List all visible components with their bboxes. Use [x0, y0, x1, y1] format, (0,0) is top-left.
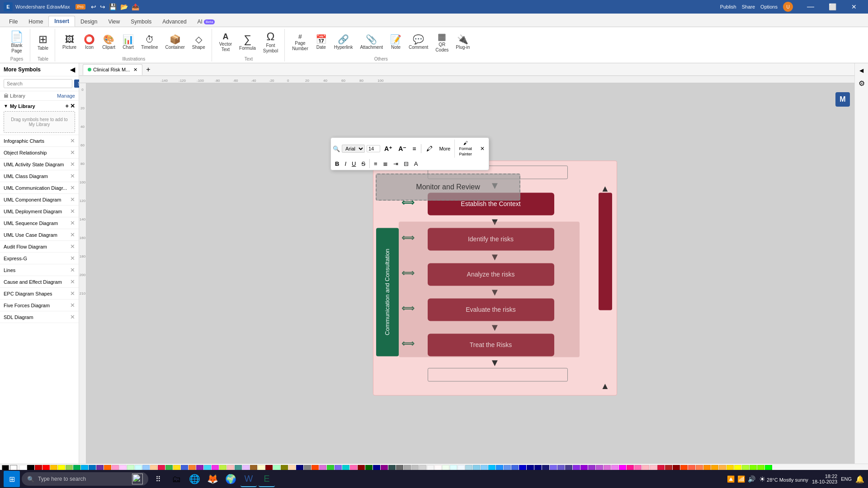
vector-text-btn[interactable]: A VectorText [217, 31, 235, 54]
page-number-btn[interactable]: # PageNumber [289, 31, 311, 54]
hyperlink-btn[interactable]: 🔗 Hyperlink [331, 31, 356, 54]
category-close-btn[interactable]: ✕ [70, 302, 75, 309]
category-close-btn[interactable]: ✕ [70, 196, 75, 203]
sidebar-category[interactable]: Object Relationship✕ [0, 147, 79, 159]
comment-btn[interactable]: 💬 Comment [406, 31, 431, 54]
close-tab-btn[interactable]: ✕ [133, 67, 137, 73]
category-close-btn[interactable]: ✕ [70, 220, 75, 226]
chart-btn[interactable]: 📊 Chart [120, 31, 137, 54]
category-close-btn[interactable]: ✕ [70, 278, 75, 285]
tab-symbols[interactable]: Symbols [125, 17, 157, 27]
tab-home[interactable]: Home [23, 17, 48, 27]
category-close-btn[interactable]: ✕ [70, 137, 75, 144]
category-close-btn[interactable]: ✕ [70, 231, 75, 238]
plugin-btn[interactable]: 🔌 Plug-in [453, 31, 472, 54]
sidebar-category[interactable]: UML Deployment Diagram✕ [0, 206, 79, 217]
taskbar-search[interactable]: 🔍 Type here to search [22, 472, 148, 486]
minimize-btn[interactable]: — [800, 0, 821, 14]
tab-insert[interactable]: Insert [48, 16, 75, 27]
list2-btn[interactable]: ≣ [381, 160, 390, 168]
container-btn[interactable]: 📦 Container [162, 31, 187, 54]
close-library-btn[interactable]: ✕ [70, 103, 75, 109]
formula-btn[interactable]: ∑ Formula [236, 31, 259, 54]
clipart-btn[interactable]: 🎨 Clipart [99, 31, 118, 54]
notification-btn[interactable]: 🔔 [855, 475, 864, 483]
sidebar-collapse-btn[interactable]: ◀ [70, 66, 75, 73]
timeline-btn[interactable]: ⏱ Timeline [138, 31, 160, 54]
taskbar-edraw[interactable]: E [259, 471, 275, 487]
export-btn[interactable]: 📤 [132, 3, 139, 10]
tab-design[interactable]: Design [75, 17, 103, 27]
sidebar-category[interactable]: Lines✕ [0, 264, 79, 276]
shape-btn[interactable]: ◇ Shape [189, 31, 208, 54]
format-highlight-btn[interactable]: 🖍 [424, 144, 435, 153]
category-close-btn[interactable]: ✕ [70, 255, 75, 262]
icon-btn[interactable]: ⭕ Icon [81, 31, 98, 54]
taskbar-browser-3[interactable]: 🌍 [222, 471, 239, 487]
decrease-size-btn[interactable]: A⁻ [396, 144, 408, 153]
taskbar-apps-btn[interactable]: ⠿ [150, 471, 166, 487]
underline-btn[interactable]: U [349, 160, 358, 168]
category-close-btn[interactable]: ✕ [70, 161, 75, 168]
list1-btn[interactable]: ≡ [372, 160, 380, 168]
sidebar-category[interactable]: Infographic Charts✕ [0, 135, 79, 147]
category-close-btn[interactable]: ✕ [70, 149, 75, 156]
taskbar-file-explorer[interactable]: 🗂 [168, 471, 184, 487]
sidebar-category[interactable]: Audit Flow Diagram✕ [0, 241, 79, 253]
table-btn[interactable]: ⊞ Table [35, 31, 51, 54]
sidebar-category[interactable]: UML Class Diagram✕ [0, 170, 79, 182]
tab-ai[interactable]: AI Beta [192, 17, 221, 27]
add-library-btn[interactable]: + [65, 103, 69, 109]
taskbar-word[interactable]: W [241, 471, 257, 487]
font-size-input[interactable] [367, 145, 380, 152]
taskbar-browser-2[interactable]: 🦊 [204, 471, 221, 487]
maximize-btn[interactable]: ⬜ [822, 0, 843, 14]
increase-size-btn[interactable]: A⁺ [382, 144, 394, 153]
manage-btn[interactable]: Manage [57, 93, 75, 99]
monitor-review-box[interactable]: Monitor and Review [376, 174, 520, 201]
start-btn[interactable]: ⊞ [4, 471, 20, 487]
align-right-btn[interactable]: ⊟ [401, 160, 411, 168]
sidebar-category[interactable]: UML Communication Diagr...✕ [0, 182, 79, 194]
highlight-color-btn[interactable]: A [412, 160, 420, 168]
redo-btn[interactable]: ↪ [100, 3, 105, 10]
open-btn[interactable]: 📂 [120, 3, 128, 10]
share-btn[interactable]: Share [742, 4, 755, 9]
italic-btn[interactable]: I [342, 160, 349, 168]
note-btn[interactable]: 📝 Note [387, 31, 404, 54]
tab-file[interactable]: File [4, 17, 23, 27]
category-close-btn[interactable]: ✕ [70, 314, 75, 320]
category-close-btn[interactable]: ✕ [70, 173, 75, 179]
sidebar-category[interactable]: Cause and Effect Diagram✕ [0, 276, 79, 288]
sidebar-category[interactable]: UML Component Diagram✕ [0, 194, 79, 206]
date-btn[interactable]: 📅 Date [313, 31, 330, 54]
sidebar-category[interactable]: EPC Diagram Shapes✕ [0, 288, 79, 300]
sidebar-category[interactable]: UML Sequence Diagram✕ [0, 217, 79, 229]
font-select[interactable]: Arial [342, 145, 365, 153]
add-tab-btn[interactable]: + [146, 66, 150, 74]
indent-btn[interactable]: ⇥ [391, 160, 401, 168]
sidebar-category[interactable]: SDL Diagram✕ [0, 311, 79, 323]
sidebar-category[interactable]: UML Activity State Diagram✕ [0, 159, 79, 170]
sidebar-category[interactable]: UML Use Case Diagram✕ [0, 229, 79, 241]
close-btn[interactable]: ✕ [844, 0, 864, 14]
canvas-wrapper[interactable]: 0 20 40 60 80 100 120 140 160 180 200 21… [79, 83, 854, 464]
publish-btn[interactable]: Publish [720, 4, 736, 9]
format-painter-btn[interactable]: 🖌FormatPainter [457, 140, 474, 158]
category-close-btn[interactable]: ✕ [70, 243, 75, 250]
category-close-btn[interactable]: ✕ [70, 290, 75, 297]
sidebar-category[interactable]: Five Forces Diagram✕ [0, 300, 79, 311]
right-panel-btn-1[interactable]: ◀ [856, 65, 867, 76]
tab-view[interactable]: View [103, 17, 125, 27]
save-btn[interactable]: 💾 [109, 3, 117, 10]
user-avatar[interactable]: U [783, 2, 793, 12]
qr-codes-btn[interactable]: ▦ QRCodes [433, 31, 451, 54]
category-close-btn[interactable]: ✕ [70, 208, 75, 215]
align-btn[interactable]: ≡ [410, 144, 418, 153]
canvas-content[interactable]: ▼ Establish the Context ▼ Identify the r… [86, 83, 854, 464]
right-panel-btn-2[interactable]: ⚙ [856, 78, 867, 89]
undo-btn[interactable]: ↩ [91, 3, 96, 10]
tab-advanced[interactable]: Advanced [157, 17, 192, 27]
attachment-btn[interactable]: 📎 Attachment [357, 31, 386, 54]
sidebar-category[interactable]: Express-G✕ [0, 253, 79, 264]
